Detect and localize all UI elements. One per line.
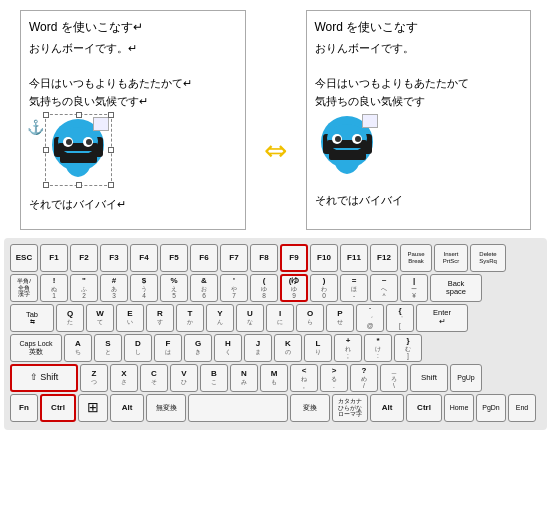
key-e[interactable]: Eい <box>116 304 144 332</box>
right-doc-panel: Word を使いこなす おりんボーイです。 今日はいつもよりもあたたかて 気持ち… <box>306 10 532 230</box>
key-c[interactable]: Cそ <box>140 364 168 392</box>
handle-mr[interactable] <box>108 147 114 153</box>
key-f6[interactable]: F6 <box>190 244 218 272</box>
key-l[interactable]: Lり <box>304 334 332 362</box>
key-ctrl-right[interactable]: Ctrl <box>406 394 442 422</box>
key-backslash[interactable]: _ろ\ <box>380 364 408 392</box>
key-0[interactable]: )わ0 <box>310 274 338 302</box>
key-d[interactable]: Dし <box>124 334 152 362</box>
key-5[interactable]: %え5 <box>160 274 188 302</box>
key-comma[interactable]: <ね, <box>290 364 318 392</box>
key-8[interactable]: (ゆ8 <box>250 274 278 302</box>
selected-image-left[interactable] <box>45 114 112 186</box>
key-f1[interactable]: F1 <box>40 244 68 272</box>
key-f5[interactable]: F5 <box>160 244 188 272</box>
key-henkan[interactable]: 変換 <box>290 394 330 422</box>
key-colon[interactable]: *け: <box>364 334 392 362</box>
key-shift-left[interactable]: ⇧ Shift <box>10 364 78 392</box>
keyboard: ESC F1 F2 F3 F4 F5 F6 F7 F8 F9 F10 F11 F… <box>4 238 547 430</box>
key-y[interactable]: Yん <box>206 304 234 332</box>
key-f8[interactable]: F8 <box>250 244 278 272</box>
key-f10[interactable]: F10 <box>310 244 338 272</box>
handle-tl[interactable] <box>43 112 49 118</box>
key-yen[interactable]: |ー¥ <box>400 274 428 302</box>
key-q[interactable]: Qた <box>56 304 84 332</box>
handle-bc[interactable] <box>76 182 82 188</box>
handle-bl[interactable] <box>43 182 49 188</box>
key-r[interactable]: Rす <box>146 304 174 332</box>
key-p[interactable]: Pせ <box>326 304 354 332</box>
key-caps-lock[interactable]: Caps Lock英数 <box>10 334 62 362</box>
key-j[interactable]: Jま <box>244 334 272 362</box>
key-tab[interactable]: Tab⇆ <box>10 304 54 332</box>
key-2[interactable]: "ふ2 <box>70 274 98 302</box>
key-u[interactable]: Uな <box>236 304 264 332</box>
key-9-highlight[interactable]: (ゆゆ9 <box>280 274 308 302</box>
key-f2[interactable]: F2 <box>70 244 98 272</box>
key-f3[interactable]: F3 <box>100 244 128 272</box>
key-backspace[interactable]: Backspace <box>430 274 482 302</box>
key-b[interactable]: Bこ <box>200 364 228 392</box>
key-pgup[interactable]: PgUp <box>450 364 482 392</box>
key-h[interactable]: Hく <box>214 334 242 362</box>
key-hankaku[interactable]: 半角/全角漢字 <box>10 274 38 302</box>
key-f9[interactable]: F9 <box>280 244 308 272</box>
key-g[interactable]: Gき <box>184 334 212 362</box>
key-o[interactable]: Oら <box>296 304 324 332</box>
handle-tr[interactable] <box>108 112 114 118</box>
key-at[interactable]: `゛@ <box>356 304 384 332</box>
key-muhenkan[interactable]: 無変換 <box>146 394 186 422</box>
key-k[interactable]: Kの <box>274 334 302 362</box>
key-pgdn[interactable]: PgDn <box>476 394 506 422</box>
key-ctrl-left[interactable]: Ctrl <box>40 394 76 422</box>
key-fn[interactable]: Fn <box>10 394 38 422</box>
key-1[interactable]: !ぬ1 <box>40 274 68 302</box>
right-image-corner-box <box>362 114 378 128</box>
key-slash[interactable]: ?め/ <box>350 364 378 392</box>
key-i[interactable]: Iに <box>266 304 294 332</box>
key-t[interactable]: Tか <box>176 304 204 332</box>
key-alt-right[interactable]: Alt <box>370 394 404 422</box>
key-s[interactable]: Sと <box>94 334 122 362</box>
key-caret[interactable]: ~へ^ <box>370 274 398 302</box>
key-minus[interactable]: =ほ- <box>340 274 368 302</box>
key-bracket-l[interactable]: {゜[ <box>386 304 414 332</box>
key-end[interactable]: End <box>508 394 536 422</box>
key-3[interactable]: #あ3 <box>100 274 128 302</box>
key-bracket-r[interactable]: }む] <box>394 334 422 362</box>
key-insert-prtscr[interactable]: InsertPrtScr <box>434 244 468 272</box>
key-6[interactable]: &お6 <box>190 274 218 302</box>
key-m[interactable]: Mも <box>260 364 288 392</box>
left-doc-title: Word を使いこなす↵ <box>29 19 237 36</box>
key-semicolon[interactable]: +れ; <box>334 334 362 362</box>
key-period[interactable]: >る. <box>320 364 348 392</box>
key-space[interactable] <box>188 394 288 422</box>
key-kana[interactable]: カタカナひらがなローマ字 <box>332 394 368 422</box>
svg-point-6 <box>66 139 72 145</box>
handle-tc[interactable] <box>76 112 82 118</box>
key-f4[interactable]: F4 <box>130 244 158 272</box>
key-f7[interactable]: F7 <box>220 244 248 272</box>
key-x[interactable]: Xさ <box>110 364 138 392</box>
key-alt-left[interactable]: Alt <box>110 394 144 422</box>
keyboard-row-1: ESC F1 F2 F3 F4 F5 F6 F7 F8 F9 F10 F11 F… <box>10 244 541 272</box>
key-f[interactable]: Fは <box>154 334 182 362</box>
key-4[interactable]: $う4 <box>130 274 158 302</box>
handle-ml[interactable] <box>43 147 49 153</box>
key-win[interactable]: ⊞ <box>78 394 108 422</box>
key-f12[interactable]: F12 <box>370 244 398 272</box>
key-7[interactable]: 'や7 <box>220 274 248 302</box>
key-v[interactable]: Vひ <box>170 364 198 392</box>
key-n[interactable]: Nみ <box>230 364 258 392</box>
key-f11[interactable]: F11 <box>340 244 368 272</box>
key-esc[interactable]: ESC <box>10 244 38 272</box>
key-w[interactable]: Wて <box>86 304 114 332</box>
key-delete-sysrq[interactable]: DeleteSysRq <box>470 244 506 272</box>
handle-br[interactable] <box>108 182 114 188</box>
key-enter[interactable]: Enter↵ <box>416 304 468 332</box>
key-z[interactable]: Zつ <box>80 364 108 392</box>
key-a[interactable]: Aち <box>64 334 92 362</box>
key-home[interactable]: Home <box>444 394 474 422</box>
key-pause-break[interactable]: PauseBreak <box>400 244 432 272</box>
key-shift-right[interactable]: Shift <box>410 364 448 392</box>
